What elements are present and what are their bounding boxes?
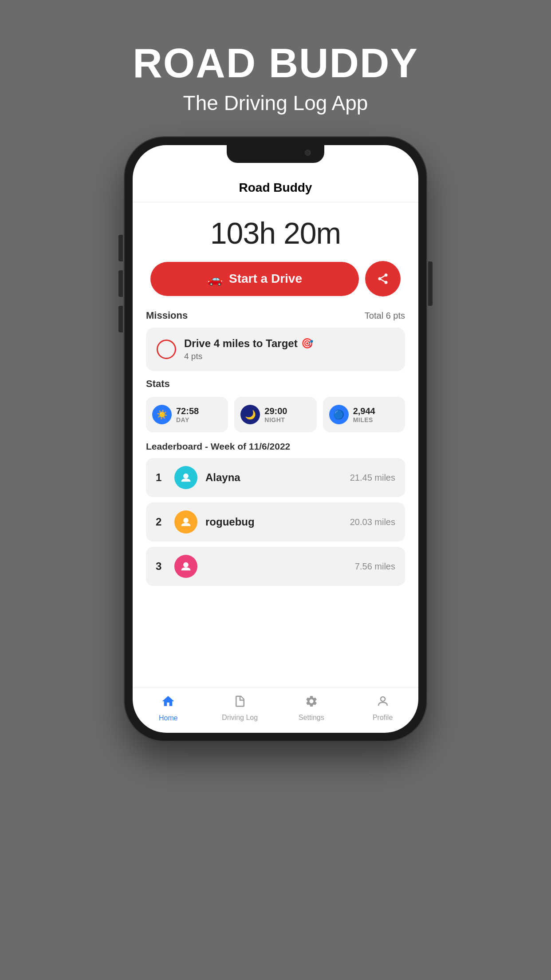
screen-content: Road Buddy 103h 20m 🚗 Start a Drive — [133, 145, 418, 733]
bottom-nav: Home Driving Log — [133, 688, 418, 733]
missions-header: Missions Total 6 pts — [146, 310, 405, 321]
leaderboard-item-1: 1 Alayna 21.45 miles — [146, 458, 405, 497]
miles-1: 21.45 miles — [350, 473, 395, 483]
day-info: 72:58 DAY — [176, 406, 199, 423]
stat-night: 🌙 29:00 NIGHT — [234, 397, 316, 432]
stats-row: ☀️ 72:58 DAY 🌙 29:00 NIGHT 🔵 — [133, 397, 418, 441]
svg-point-8 — [381, 697, 385, 701]
day-value: 72:58 — [176, 406, 199, 416]
phone-notch — [227, 145, 324, 163]
mission-title-text: Drive 4 miles to Target — [184, 337, 298, 350]
settings-label: Settings — [299, 714, 324, 722]
leaderboard-item-2: 2 roguebug 20.03 miles — [146, 502, 405, 541]
mission-circle — [157, 340, 176, 359]
day-icon: ☀️ — [152, 405, 172, 424]
nav-driving-log[interactable]: Driving Log — [222, 695, 258, 722]
avatar-2 — [174, 510, 197, 533]
svg-point-2 — [385, 281, 388, 284]
mission-title: Drive 4 miles to Target 🎯 — [184, 337, 313, 350]
total-time: 103h 20m — [210, 216, 341, 250]
home-label: Home — [159, 714, 178, 722]
miles-3: 7.56 miles — [355, 561, 395, 572]
nav-profile[interactable]: Profile — [365, 695, 401, 722]
start-drive-label: Start a Drive — [229, 272, 302, 286]
header-title: Road Buddy — [239, 181, 312, 194]
miles-2: 20.03 miles — [350, 517, 395, 527]
svg-rect-7 — [183, 562, 189, 568]
night-info: 29:00 NIGHT — [264, 406, 287, 423]
stats-label: Stats — [146, 378, 170, 389]
avatar-3 — [174, 555, 197, 578]
profile-label: Profile — [373, 714, 393, 722]
share-icon — [377, 273, 389, 285]
svg-point-0 — [385, 273, 388, 277]
svg-line-4 — [381, 276, 385, 278]
missions-total: Total 6 pts — [365, 311, 405, 321]
app-title: ROAD BUDDY — [133, 40, 418, 87]
missions-section: Missions Total 6 pts Drive 4 miles to Ta… — [133, 310, 418, 378]
miles-info: 2,944 MILES — [353, 406, 375, 423]
leaderboard-section: Leaderboard - Week of 11/6/2022 1 Alayna… — [133, 441, 418, 598]
mission-pts: 4 pts — [184, 352, 313, 361]
night-icon: 🌙 — [240, 405, 260, 424]
mission-info: Drive 4 miles to Target 🎯 4 pts — [184, 337, 313, 361]
mission-card: Drive 4 miles to Target 🎯 4 pts — [146, 328, 405, 371]
notch-camera — [305, 150, 311, 156]
stat-miles: 🔵 2,944 MILES — [323, 397, 405, 432]
driving-log-label: Driving Log — [222, 714, 258, 722]
miles-label: MILES — [353, 416, 375, 423]
car-icon: 🚗 — [207, 272, 223, 286]
miles-icon: 🔵 — [329, 405, 349, 424]
rank-3: 3 — [156, 560, 166, 573]
leaderboard-label: Leaderboard - Week of 11/6/2022 — [146, 441, 405, 452]
name-2: roguebug — [205, 516, 342, 528]
nav-home[interactable]: Home — [150, 694, 186, 722]
day-label: DAY — [176, 416, 199, 423]
leaderboard-item-3: 3 7.56 miles — [146, 547, 405, 586]
rank-1: 1 — [156, 471, 166, 484]
share-button[interactable] — [365, 261, 401, 296]
profile-icon — [376, 695, 390, 711]
home-icon — [161, 694, 175, 711]
name-1: Alayna — [205, 471, 342, 484]
svg-rect-5 — [183, 474, 189, 479]
start-drive-button[interactable]: 🚗 Start a Drive — [150, 262, 359, 296]
phone-frame: Road Buddy 103h 20m 🚗 Start a Drive — [125, 137, 426, 741]
svg-point-1 — [378, 277, 382, 281]
avatar-1 — [174, 466, 197, 489]
time-display: 103h 20m — [133, 202, 418, 261]
settings-icon — [305, 695, 318, 711]
stats-header: Stats — [133, 378, 418, 397]
phone-screen: Road Buddy 103h 20m 🚗 Start a Drive — [133, 145, 418, 733]
svg-rect-6 — [183, 518, 189, 523]
missions-label: Missions — [146, 310, 188, 321]
nav-settings[interactable]: Settings — [294, 695, 329, 722]
svg-line-3 — [381, 280, 385, 282]
night-value: 29:00 — [264, 406, 287, 416]
night-label: NIGHT — [264, 416, 287, 423]
stat-day: ☀️ 72:58 DAY — [146, 397, 228, 432]
rank-2: 2 — [156, 516, 166, 528]
driving-log-icon — [233, 695, 247, 711]
app-subtitle: The Driving Log App — [183, 91, 368, 115]
app-header: Road Buddy — [133, 172, 418, 202]
miles-value: 2,944 — [353, 406, 375, 416]
target-icon: 🎯 — [301, 338, 313, 349]
action-buttons: 🚗 Start a Drive — [133, 261, 418, 310]
